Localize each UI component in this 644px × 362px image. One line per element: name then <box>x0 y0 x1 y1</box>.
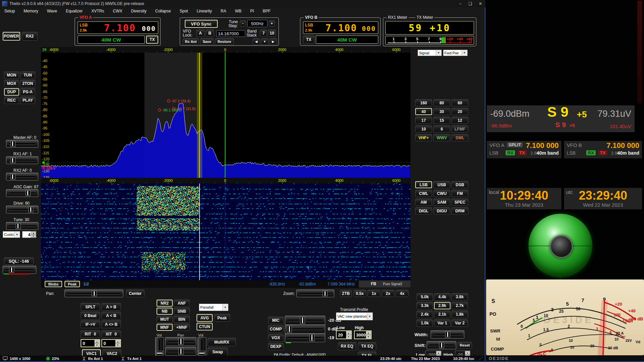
waterfall-display[interactable] <box>41 184 411 280</box>
zoom-0.5x[interactable]: 0.5x <box>353 290 366 297</box>
restore-button[interactable]: Restore <box>215 38 234 45</box>
tune-step-plus-button[interactable]: + <box>269 20 275 27</box>
vox-slider[interactable] <box>285 333 325 342</box>
agc-mode-combo[interactable]: Custo▼ <box>3 231 20 238</box>
filter-2-7k[interactable]: 2.7k <box>452 302 468 309</box>
peak-display-button[interactable]: Peak <box>214 314 230 322</box>
mic-button[interactable]: MIC <box>268 317 284 324</box>
dsp--mnf[interactable]: +MNF <box>174 324 190 331</box>
menu-ra[interactable]: RA <box>216 9 231 13</box>
comp-slider[interactable] <box>285 324 325 333</box>
band-160[interactable]: 160 <box>415 99 432 106</box>
filter-3-8k[interactable]: 3.8k <box>452 293 468 301</box>
rx2-volume-slider[interactable] <box>198 337 206 357</box>
band-wwv[interactable]: WWV <box>433 134 450 141</box>
menu-wb[interactable]: WB <box>230 9 246 13</box>
rx-meter-mode-combo[interactable]: Signal▼ <box>418 50 442 56</box>
mode-lsb[interactable]: LSB <box>415 181 432 188</box>
minimize-button[interactable]: – <box>455 0 465 7</box>
rec-button[interactable]: REC <box>4 97 19 104</box>
power-button[interactable]: POWER <box>3 32 20 41</box>
tune-step-minus-button[interactable]: - <box>240 20 246 27</box>
mode-usb[interactable]: USB <box>433 181 450 188</box>
vfo-op-a-b[interactable]: A < B <box>101 312 121 319</box>
ps-a-button[interactable]: PS-A <box>20 88 35 96</box>
filter-5-0k[interactable]: 5.0k <box>417 293 433 301</box>
rit-stepper[interactable]: 0▲▼ <box>81 339 100 347</box>
vox-button[interactable]: VOX <box>268 334 284 342</box>
center-button[interactable]: Center <box>126 290 144 297</box>
band-vhf-[interactable]: VHF+ <box>415 134 432 141</box>
slider[interactable] <box>6 189 38 197</box>
multirx-button[interactable]: MultiRX <box>208 338 236 346</box>
filter-3-3k[interactable]: 3.3k <box>417 302 433 309</box>
menu-pi[interactable]: PI <box>246 9 258 13</box>
rx-eq-button[interactable]: RX EQ <box>338 342 356 350</box>
dsp-nb[interactable]: NB <box>157 308 173 315</box>
band-80[interactable]: 80 <box>433 99 450 106</box>
menu-xvtrs[interactable]: XVTRs <box>87 9 109 13</box>
rx2-pan-slider[interactable] <box>165 347 196 356</box>
band-40[interactable]: 40 <box>415 108 432 115</box>
dsp-anf[interactable]: ANF <box>174 300 190 307</box>
dsp-mut[interactable]: MUT <box>157 316 173 323</box>
pan-slider[interactable] <box>65 290 123 297</box>
filter-1-8k[interactable]: 1.8k <box>452 311 468 318</box>
comp-button[interactable]: COMP <box>268 325 284 333</box>
mode-digu[interactable]: DIGU <box>433 207 450 214</box>
band-20[interactable]: 20 <box>452 108 468 115</box>
filter-2-9k[interactable]: 2.9k <box>434 302 450 309</box>
menu-wave[interactable]: Wave <box>43 9 61 13</box>
band-lfmf[interactable]: LFMF <box>452 125 468 133</box>
vfo-b-frequency-display[interactable]: LSB 2.9k 7.100 000 <box>303 21 378 34</box>
satt-stepper[interactable]: 4▲▼ <box>22 231 36 238</box>
menu-collapse[interactable]: Collapse <box>151 9 175 13</box>
ztb-button[interactable]: ZTB <box>340 290 352 297</box>
band-stack-1-button[interactable]: 7 <box>260 30 267 37</box>
vfo-op-a-b[interactable]: A <> B <box>101 320 121 328</box>
mode-spec[interactable]: SPEC <box>452 199 468 206</box>
vfo-sync-button[interactable]: VFO Sync <box>185 20 218 28</box>
filter-width-slider[interactable] <box>431 330 464 339</box>
band-down-icon[interactable]: ▼ <box>261 38 268 45</box>
slider[interactable] <box>6 140 38 148</box>
maximize-button[interactable]: ❑ <box>465 0 475 7</box>
zoom-1x[interactable]: 1x <box>368 290 380 297</box>
filter-shift-reset-button[interactable]: Reset <box>458 342 472 349</box>
dsp-nr2[interactable]: NR2 <box>157 300 173 307</box>
band-swl[interactable]: SWL <box>452 134 468 141</box>
mode-am[interactable]: AM <box>415 199 432 206</box>
vfo-op-a-b[interactable]: A > B <box>101 303 121 311</box>
feedback-panel[interactable]: FB Pure Signal2 <box>359 280 411 288</box>
filter-shift-slider[interactable] <box>427 341 456 349</box>
band-15[interactable]: 15 <box>433 117 450 124</box>
filter-1-0k[interactable]: 1.0k <box>417 319 433 327</box>
filter-4-4k[interactable]: 4.4k <box>434 293 450 301</box>
menu-memory[interactable]: Memory <box>19 9 42 13</box>
zoom-slider[interactable] <box>296 290 334 297</box>
slider[interactable] <box>6 173 38 180</box>
band-17[interactable]: 17 <box>415 117 432 124</box>
zoom-4x[interactable]: 4x <box>396 290 409 297</box>
dsp-mnf[interactable]: MNF <box>157 324 173 331</box>
band-30[interactable]: 30 <box>433 108 450 115</box>
zoom-2x[interactable]: 2x <box>382 290 394 297</box>
rx-ant-button[interactable]: Rx Ant <box>183 38 199 45</box>
band-60[interactable]: 60 <box>452 99 468 106</box>
band-next-icon[interactable]: ▶ <box>269 38 277 45</box>
menu-spot[interactable]: Spot <box>175 9 192 13</box>
band-12[interactable]: 12 <box>452 117 468 124</box>
tx-eq-button[interactable]: TX EQ <box>358 342 376 350</box>
peak-button[interactable]: Peak <box>65 281 80 287</box>
band-10[interactable]: 10 <box>415 125 432 133</box>
vfo-op-if-v[interactable]: IF->V <box>81 320 100 328</box>
vfo-op-0-beat[interactable]: 0 Beat <box>81 312 100 319</box>
rx1-volume-slider[interactable] <box>155 337 164 357</box>
mon-button[interactable]: MON <box>4 71 19 79</box>
play-button[interactable]: PLAY <box>20 97 35 104</box>
status-orb[interactable] <box>528 214 592 277</box>
tx-low-stepper[interactable]: 20▲▼ <box>336 330 352 339</box>
xit-stepper[interactable]: 0▲▼ <box>101 339 121 347</box>
2ton-button[interactable]: 2TON <box>20 80 35 87</box>
menu-cwx[interactable]: CWX <box>109 9 127 13</box>
